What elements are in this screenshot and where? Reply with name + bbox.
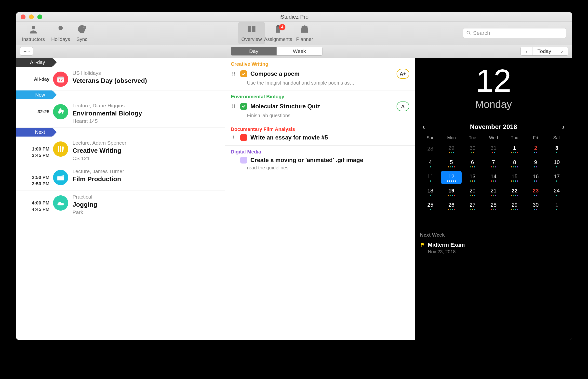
- calendar-day[interactable]: 22: [504, 185, 525, 198]
- schedule-row[interactable]: 32:25 Lecture, Diane Higgins Environment…: [16, 99, 225, 128]
- calendar-day[interactable]: 15: [504, 171, 525, 184]
- tab-planner[interactable]: Planner: [291, 22, 318, 44]
- today-button[interactable]: Today: [533, 47, 556, 55]
- overview-icon: [246, 24, 257, 35]
- schedule-row[interactable]: 4:00 PM4:45 PM Practical Jogging Park: [16, 190, 225, 219]
- segment-day[interactable]: Day: [231, 47, 277, 55]
- checkbox[interactable]: [240, 103, 247, 110]
- calendar-day[interactable]: 30: [462, 142, 483, 156]
- calendar-day[interactable]: 21: [483, 185, 504, 198]
- toolbar-sync[interactable]: Sync: [77, 24, 87, 42]
- next-day-button[interactable]: ›: [556, 47, 568, 55]
- calendar-day[interactable]: 19: [441, 185, 462, 198]
- schedule-row[interactable]: 1:00 PM2:45 PM Lecture, Adam Spencer Cre…: [16, 137, 225, 165]
- calendar-day[interactable]: 17: [547, 171, 567, 184]
- event-dots: [556, 209, 557, 210]
- task-row[interactable]: Digital Media Create a moving or 'animat…: [225, 146, 415, 175]
- next-week-label: Next Week: [420, 232, 567, 238]
- task-row[interactable]: Documentary Film Analysis ! Write an ess…: [225, 123, 415, 146]
- calendar-day[interactable]: 16: [525, 171, 546, 184]
- chevron-down-icon: ⌄: [28, 49, 31, 53]
- calendar-day[interactable]: 3: [547, 142, 567, 156]
- calendar-day[interactable]: 14: [483, 171, 504, 184]
- svg-rect-8: [62, 146, 64, 152]
- search-input[interactable]: Search: [463, 28, 566, 38]
- big-date-number: 12: [420, 65, 567, 96]
- schedule-row[interactable]: 2:50 PM3:50 PM Lecture, James Turner Fil…: [16, 165, 225, 190]
- task-row[interactable]: Environmental Biology !! Molecular Struc…: [225, 91, 415, 123]
- event-dots: [556, 152, 557, 153]
- calendar-day[interactable]: 7: [483, 157, 504, 170]
- calendar-day[interactable]: 18: [420, 185, 441, 198]
- calendar-icon: 12: [53, 72, 68, 87]
- calendar-day[interactable]: 27: [462, 199, 483, 213]
- calendar-day[interactable]: 20: [462, 185, 483, 198]
- calendar-day[interactable]: 24: [547, 185, 567, 198]
- calendar-day[interactable]: 13: [462, 171, 483, 184]
- checkbox[interactable]: [240, 134, 247, 141]
- calendar-day[interactable]: 25: [420, 199, 441, 213]
- add-button[interactable]: ＋ ⌄: [20, 47, 33, 56]
- prev-day-button[interactable]: ‹: [521, 47, 533, 55]
- next-month-button[interactable]: ›: [562, 123, 564, 131]
- calendar-day[interactable]: 5: [441, 157, 462, 170]
- event-time: 32:25: [16, 103, 53, 115]
- calendar-day[interactable]: 1: [504, 142, 525, 156]
- badge: 4: [279, 24, 286, 31]
- upcoming-event[interactable]: ⚑ Midterm Exam Nov 23, 2018: [420, 242, 567, 254]
- calendar-day[interactable]: 23: [525, 185, 546, 198]
- calendar-day[interactable]: 8: [504, 157, 525, 170]
- task-title: Write an essay for movie #5: [251, 134, 409, 141]
- event-dots: [470, 209, 475, 210]
- tab-assignments[interactable]: 4Assignments: [265, 22, 291, 44]
- calendar-day[interactable]: 28: [483, 199, 504, 213]
- calendar-day[interactable]: 28: [420, 142, 441, 156]
- day-number: 1: [555, 202, 558, 208]
- day-number: 30: [533, 202, 538, 208]
- marker-allday: All-day: [16, 58, 225, 67]
- calendar-day[interactable]: 4: [420, 157, 441, 170]
- checkbox[interactable]: [240, 157, 247, 163]
- event-dots: [491, 209, 496, 210]
- day-number: 19: [448, 188, 454, 194]
- event-dots: [534, 195, 537, 196]
- event-dots: [534, 152, 537, 153]
- task-note: read the guidelines: [247, 165, 409, 171]
- event-dots: [534, 180, 537, 182]
- calendar-day[interactable]: 9: [525, 157, 546, 170]
- toolbar-holidays[interactable]: Holidays: [51, 24, 70, 42]
- marker-label: All-day: [16, 58, 52, 67]
- marker-label: Next: [16, 128, 52, 137]
- event-info: Practical Jogging Park: [68, 194, 220, 215]
- tab-overview[interactable]: Overview: [238, 22, 265, 44]
- calendar-day[interactable]: 31: [483, 142, 504, 156]
- calendar-day[interactable]: 29: [504, 199, 525, 213]
- task-row[interactable]: Creative Writing !! Compose a poem A+ Us…: [225, 58, 415, 91]
- event-dots: [470, 166, 475, 167]
- checkbox[interactable]: [240, 70, 247, 77]
- event-dots: [448, 195, 455, 196]
- calendar-day[interactable]: 12: [441, 171, 462, 184]
- day-number: 23: [533, 188, 538, 194]
- marker-now: Now: [16, 91, 225, 99]
- day-number: 26: [448, 202, 454, 208]
- svg-rect-6: [58, 146, 59, 152]
- calendar-day[interactable]: 11: [420, 171, 441, 184]
- calendar-day[interactable]: 30: [525, 199, 546, 213]
- calendar-day[interactable]: 1: [547, 199, 567, 213]
- svg-rect-7: [60, 146, 61, 152]
- schedule-row[interactable]: All-day 12 US Holidays Veterans Day (obs…: [16, 67, 225, 91]
- calendar-day[interactable]: 29: [441, 142, 462, 156]
- instructors-icon: [28, 24, 38, 35]
- calendar-day[interactable]: 10: [547, 157, 567, 170]
- calendar-day[interactable]: 6: [462, 157, 483, 170]
- event-location: CS 121: [73, 156, 220, 161]
- prev-month-button[interactable]: ‹: [423, 123, 425, 131]
- calendar-day[interactable]: 2: [525, 142, 546, 156]
- calendar-day[interactable]: 26: [441, 199, 462, 213]
- segment-week[interactable]: Week: [277, 47, 322, 55]
- holidays-icon: [55, 24, 66, 35]
- toolbar: InstructorsHolidaysSync Overview4Assignm…: [16, 22, 572, 45]
- day-number: 13: [470, 173, 475, 180]
- toolbar-instructors[interactable]: Instructors: [22, 24, 45, 42]
